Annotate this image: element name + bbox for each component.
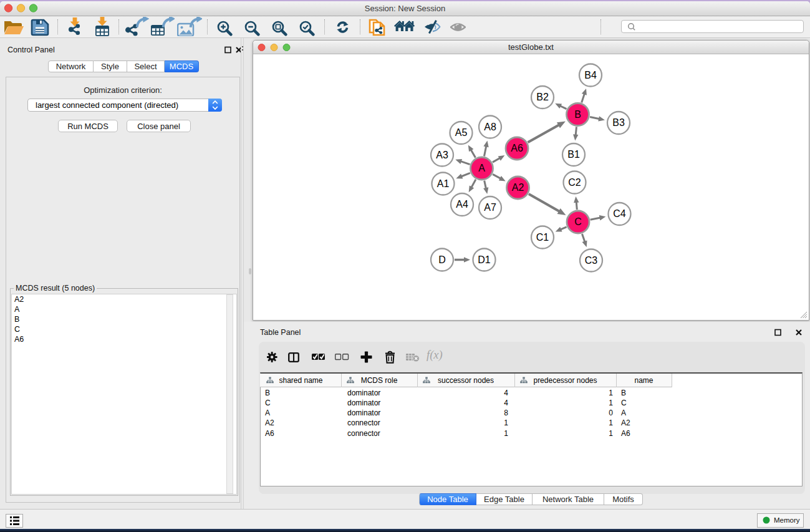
- svg-text:A7: A7: [484, 202, 496, 213]
- svg-text:C2: C2: [568, 177, 581, 188]
- svg-text:A: A: [478, 163, 485, 173]
- svg-text:D1: D1: [478, 254, 491, 265]
- svg-text:A6: A6: [511, 143, 523, 153]
- svg-text:A8: A8: [484, 122, 496, 132]
- svg-text:A5: A5: [455, 127, 468, 138]
- svg-text:A1: A1: [437, 178, 450, 189]
- svg-text:B4: B4: [584, 70, 597, 80]
- svg-text:A4: A4: [456, 199, 468, 210]
- svg-text:D: D: [438, 254, 446, 265]
- svg-text:C3: C3: [585, 255, 598, 266]
- svg-text:B2: B2: [536, 92, 549, 102]
- svg-text:C4: C4: [613, 208, 626, 219]
- svg-text:A2: A2: [512, 182, 524, 193]
- svg-text:C: C: [574, 216, 582, 227]
- svg-text:B3: B3: [612, 117, 625, 128]
- svg-text:A3: A3: [436, 150, 448, 160]
- svg-text:B1: B1: [567, 149, 580, 160]
- svg-text:C1: C1: [536, 232, 549, 243]
- svg-text:B: B: [574, 109, 581, 120]
